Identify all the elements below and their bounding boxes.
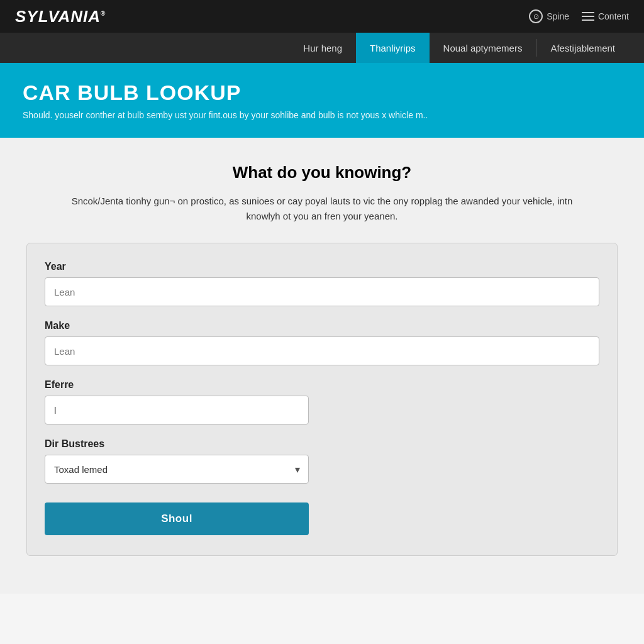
nav-item-noual[interactable]: Noual aptymemers xyxy=(430,33,536,63)
hero-banner: CAR BULB LOOKUP Should. youselr conther … xyxy=(0,63,644,138)
year-group: Year xyxy=(45,261,599,306)
nav-bar: Hur heng Thanliyrips Noual aptymemers Af… xyxy=(0,33,644,63)
spine-icon: ⊙ xyxy=(529,9,543,23)
section-desc: Sncok/Jenta tionhy gun¬ on prostico, as … xyxy=(64,194,580,224)
spine-label: Spine xyxy=(547,11,569,21)
hero-title: CAR BULB LOOKUP xyxy=(23,80,621,105)
submit-button[interactable]: Shoul xyxy=(45,502,309,535)
make-input[interactable] xyxy=(45,336,599,365)
dir-bustrees-label: Dir Bustrees xyxy=(45,438,599,450)
spine-button[interactable]: ⊙ Spine xyxy=(529,9,569,23)
logo: SYLVANIA® xyxy=(15,7,106,26)
content-label: Content xyxy=(598,11,629,21)
year-label: Year xyxy=(45,261,599,272)
dir-bustrees-select-wrapper: Toxad lemed xyxy=(45,455,309,484)
nav-item-hur-heng[interactable]: Hur heng xyxy=(289,33,356,63)
hero-subtitle: Should. youselr conther at bulb semby us… xyxy=(23,110,621,120)
eferre-group: Eferre xyxy=(45,379,599,425)
dir-bustrees-group: Dir Bustrees Toxad lemed xyxy=(45,438,599,484)
top-right-controls: ⊙ Spine Content xyxy=(529,9,629,23)
eferre-label: Eferre xyxy=(45,379,599,391)
main-content: What do you knowing? Sncok/Jenta tionhy … xyxy=(0,138,644,594)
dir-bustrees-select[interactable]: Toxad lemed xyxy=(45,455,309,484)
make-label: Make xyxy=(45,320,599,331)
section-title: What do you knowing? xyxy=(25,163,619,182)
hamburger-icon xyxy=(582,12,594,21)
eferre-input[interactable] xyxy=(45,396,309,425)
top-bar: SYLVANIA® ⊙ Spine Content xyxy=(0,0,644,33)
nav-item-afest[interactable]: Afestijablement xyxy=(536,33,629,63)
nav-item-thanliyrips[interactable]: Thanliyrips xyxy=(356,33,430,63)
content-button[interactable]: Content xyxy=(582,11,629,21)
make-group: Make xyxy=(45,320,599,365)
year-input[interactable] xyxy=(45,277,599,306)
form-card: Year Make Eferre Dir Bustrees Toxad leme… xyxy=(26,243,618,556)
